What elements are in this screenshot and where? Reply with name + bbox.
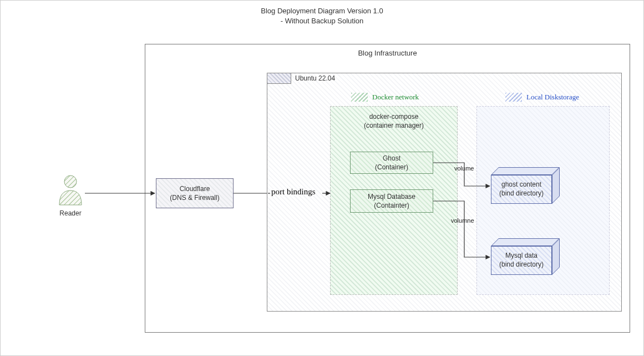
mysql-store-line1: Mysql data — [499, 252, 544, 260]
mysql-line1: Mysql Database — [368, 192, 415, 201]
hatch-icon — [351, 93, 368, 102]
node-ghost-storage: ghost content (bind directory) — [491, 167, 557, 198]
label-port-bindings: port bindings — [271, 187, 316, 197]
local-disk-label: Local Diskstorage — [526, 93, 579, 102]
frame-corner-icon — [267, 73, 291, 84]
mysql-store-line2: (bind directory) — [499, 260, 544, 269]
ghost-store-line1: ghost content — [499, 180, 544, 189]
title-line-2: - Without Backup Solution — [1, 16, 643, 26]
person-icon — [57, 174, 84, 206]
ghost-line2: (Container) — [375, 163, 408, 172]
title-line-1: Blog Deployment Diagram Version 1.0 — [1, 6, 643, 16]
ghost-store-line2: (bind directory) — [499, 189, 544, 198]
cuboid-top-icon — [491, 238, 560, 246]
node-ghost-container: Ghost (Container) — [350, 152, 433, 174]
ubuntu-label: Ubuntu 22.04 — [295, 74, 335, 82]
label-volume-top: volume — [454, 165, 474, 172]
docker-network-label: Docker network — [372, 93, 419, 102]
node-mysql-storage: Mysql data (bind directory) — [491, 238, 557, 269]
diagram-title: Blog Deployment Diagram Version 1.0 - Wi… — [1, 6, 643, 26]
compose-line1: docker-compose — [331, 112, 457, 121]
actor-reader: Reader — [54, 174, 87, 217]
hatch-icon — [505, 93, 522, 102]
heading-docker-network: Docker network — [351, 93, 419, 102]
label-volume-bottom: volumne — [451, 217, 474, 224]
compose-line2: (container manager) — [331, 121, 457, 130]
node-mysql-container: Mysql Database (Containter) — [350, 189, 433, 213]
mysql-line2: (Containter) — [368, 201, 415, 210]
actor-label: Reader — [54, 209, 87, 217]
diagram-canvas: Blog Deployment Diagram Version 1.0 - Wi… — [0, 0, 644, 356]
heading-local-disk: Local Diskstorage — [505, 93, 579, 102]
frame-infra-label: Blog Infrastructure — [145, 49, 630, 57]
svg-point-2 — [64, 176, 77, 188]
cuboid-top-icon — [491, 167, 560, 175]
ghost-line1: Ghost — [375, 154, 408, 163]
